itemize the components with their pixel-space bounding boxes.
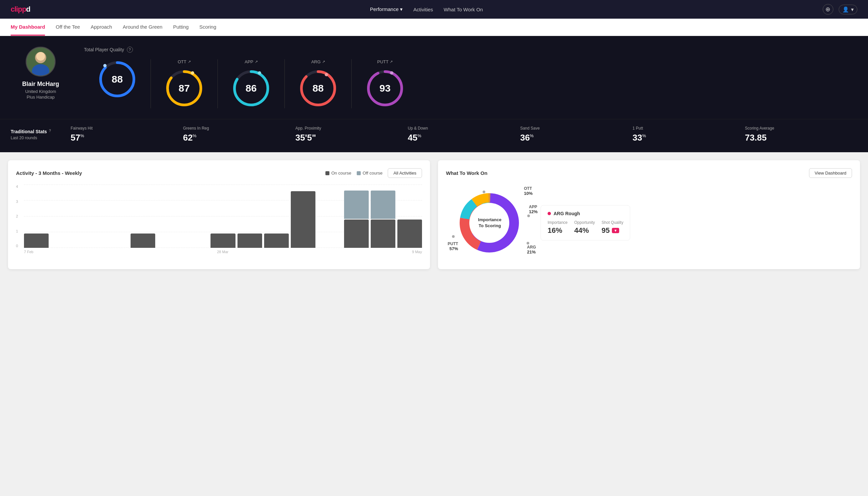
arg-donut-label: ARG 21% — [527, 245, 536, 254]
app-donut-label: APP 12% — [529, 204, 538, 214]
nav-performance[interactable]: Performance ▾ — [370, 6, 403, 12]
add-button[interactable]: ⊕ — [823, 4, 833, 15]
on-course-bar — [397, 219, 422, 248]
off-course-dot — [357, 171, 361, 175]
tab-scoring[interactable]: Scoring — [199, 19, 216, 36]
ott-donut-label: OTT 10% — [524, 186, 533, 196]
chart-legend: On course Off course — [326, 171, 383, 175]
stat-shot-quality: Shot Quality 95 ▼ — [601, 220, 623, 235]
view-dashboard-button[interactable]: View Dashboard — [809, 168, 852, 178]
stats-sublabel: Last 20 rounds — [11, 136, 70, 140]
stats-section: Traditional Stats ? Last 20 rounds Fairw… — [0, 119, 868, 152]
putt-label: PUTT ↗ — [377, 59, 393, 64]
shot-quality-badge: ▼ — [612, 228, 619, 233]
stat-opportunity: Opportunity 44% — [574, 220, 595, 235]
bar-group-5 — [157, 185, 182, 248]
legend-on-course: On course — [326, 171, 351, 175]
on-course-bar — [371, 219, 395, 248]
arg-score: 88 — [312, 83, 323, 94]
stat-importance: Importance 16% — [548, 220, 568, 235]
score-ott: OTT ↗ 87 — [151, 59, 218, 108]
user-chevron: ▾ — [851, 6, 854, 13]
info-card-dot — [548, 212, 551, 215]
info-card: ARG Rough Importance 16% Opportunity 44%… — [541, 205, 630, 241]
score-arg: ARG ↗ 88 — [285, 59, 352, 108]
app-score: 86 — [246, 83, 256, 94]
bar-group-0 — [24, 185, 49, 248]
donut-dot-app — [527, 215, 530, 217]
tab-putting[interactable]: Putting — [173, 19, 189, 36]
wwo-panel-header: What To Work On View Dashboard — [446, 168, 852, 178]
donut-dot-arg — [526, 242, 529, 245]
avatar — [26, 47, 56, 77]
donut-center-text: ImportanceTo Scoring — [478, 217, 501, 229]
ott-dot — [191, 71, 194, 75]
hero-section: Blair McHarg United Kingdom Plus Handica… — [0, 36, 868, 119]
putt-donut-label: PUTT 57% — [448, 242, 458, 251]
stat-items: Fairways Hit 57% Greens In Reg 62% App. … — [70, 126, 857, 143]
bar-group-9 — [264, 185, 289, 248]
circle-putt: 93 — [365, 68, 405, 108]
what-to-work-on-panel: What To Work On View Dashboard — [438, 160, 860, 269]
x-axis: 7 Feb 28 Mar 9 May — [24, 250, 422, 254]
on-course-bar — [130, 233, 155, 248]
nav-what-to-work-on[interactable]: What To Work On — [444, 7, 483, 12]
stat-one-putt: 1 Putt 33% — [632, 126, 745, 143]
on-course-bar — [291, 191, 315, 248]
on-course-bar — [210, 233, 235, 248]
user-menu[interactable]: 👤 ▾ — [839, 5, 857, 14]
app-dot — [258, 71, 261, 75]
activity-panel-header: Activity - 3 Months - Weekly On course O… — [16, 168, 422, 178]
nav-activities[interactable]: Activities — [413, 7, 433, 12]
section-title: Total Player Quality ? — [84, 47, 857, 52]
bar-group-13 — [371, 185, 395, 248]
stat-app-proximity: App. Proximity 35'5" — [296, 126, 408, 143]
stat-fairways-hit: Fairways Hit 57% — [70, 126, 183, 143]
putt-dot — [390, 71, 393, 75]
top-nav: clippd Performance ▾ Activities What To … — [0, 0, 868, 19]
ott-score: 87 — [178, 83, 190, 94]
circle-total: 88 — [97, 59, 137, 99]
tab-off-the-tee[interactable]: Off the Tee — [56, 19, 80, 36]
bar-group-10 — [291, 185, 315, 248]
stat-greens-in-reg: Greens In Reg 62% — [183, 126, 295, 143]
off-course-bar — [344, 190, 369, 219]
score-dot — [103, 64, 107, 67]
bar-chart: 4 3 2 1 0 7 Feb 28 Mar 9 May — [16, 185, 422, 254]
stats-label-group: Traditional Stats ? Last 20 rounds — [11, 129, 70, 140]
tab-around-the-green[interactable]: Around the Green — [123, 19, 162, 36]
stat-up-and-down: Up & Down 45% — [408, 126, 520, 143]
donut-dot-putt — [452, 235, 455, 238]
sub-nav: My Dashboard Off the Tee Approach Around… — [0, 19, 868, 36]
ott-label: OTT ↗ — [178, 59, 191, 64]
putt-score: 93 — [379, 83, 390, 94]
bar-group-1 — [51, 185, 75, 248]
logo: clippd — [11, 5, 30, 14]
score-app: APP ↗ 86 — [218, 59, 285, 108]
total-score: 88 — [112, 74, 123, 85]
bar-group-4 — [130, 185, 155, 248]
bar-group-7 — [210, 185, 235, 248]
bars-container — [24, 185, 422, 248]
svg-point-3 — [36, 52, 45, 61]
all-activities-button[interactable]: All Activities — [388, 168, 422, 178]
stat-scoring-average: Scoring Average 73.85 — [745, 126, 857, 143]
tab-approach[interactable]: Approach — [91, 19, 112, 36]
arg-dot — [325, 73, 328, 76]
donut-outer: ImportanceTo Scoring OTT 10% APP 12% ARG… — [446, 185, 533, 261]
on-course-bar — [237, 233, 262, 248]
bar-group-2 — [77, 185, 102, 248]
player-handicap: Plus Handicap — [27, 95, 54, 99]
info-card-stats: Importance 16% Opportunity 44% Shot Qual… — [548, 220, 623, 235]
circle-arg: 88 — [298, 68, 338, 108]
info-card-title: ARG Rough — [548, 211, 623, 216]
bottom-panels: Activity - 3 Months - Weekly On course O… — [0, 152, 868, 277]
donut-dot-ott — [483, 190, 485, 193]
tab-my-dashboard[interactable]: My Dashboard — [11, 19, 45, 36]
stats-help-icon[interactable]: ? — [49, 129, 54, 134]
wwo-title: What To Work On — [446, 170, 487, 176]
stat-sand-save: Sand Save 36% — [520, 126, 632, 143]
on-course-dot — [326, 171, 329, 175]
help-icon[interactable]: ? — [127, 47, 133, 52]
off-course-bar — [371, 190, 395, 219]
